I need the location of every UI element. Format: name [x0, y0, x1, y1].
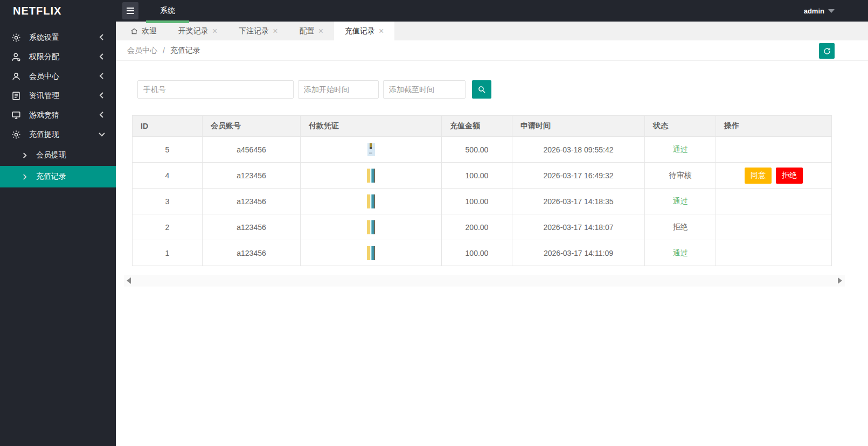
tab-welcome[interactable]: 欢迎 [120, 22, 168, 40]
topnav-item-system[interactable]: 系统 [146, 0, 189, 22]
column-header: 申请时间 [512, 116, 645, 137]
tab-bar: 欢迎 开奖记录 × 下注记录 × 配置 × 充值记录 × [116, 22, 868, 40]
cell-amount: 100.00 [442, 240, 512, 266]
column-header: ID [133, 116, 203, 137]
payment-proof-thumbnail[interactable] [367, 169, 375, 183]
status-badge: 待审核 [669, 171, 692, 179]
cell-payment-proof [301, 214, 442, 240]
sidebar-subitem-recharge-records[interactable]: 充值记录 [0, 166, 116, 187]
cell-apply-time: 2026-03-17 14:11:09 [512, 240, 645, 266]
active-nav-indicator [146, 20, 189, 23]
cell-account: a123456 [203, 163, 301, 189]
cell-status: 待审核 [645, 163, 716, 189]
column-header: 会员账号 [203, 116, 301, 137]
sidebar-item-member-center[interactable]: 会员中心 [0, 67, 116, 86]
breadcrumb-separator: / [163, 46, 165, 55]
start-time-input[interactable] [298, 80, 379, 99]
cell-id: 4 [133, 163, 203, 189]
table-row: 2 a123456 200.00 2026-03-17 14:18:07 拒绝 [133, 214, 832, 240]
topnav-system-label: 系统 [160, 6, 175, 16]
payment-proof-thumbnail[interactable] [367, 246, 375, 260]
tab-label: 充值记录 [345, 26, 375, 36]
column-header: 充值金额 [442, 116, 512, 137]
cell-apply-time: 2026-03-17 14:18:35 [512, 189, 645, 214]
cell-actions [716, 240, 832, 266]
chevron-left-icon [99, 33, 105, 42]
search-toolbar [137, 80, 868, 99]
search-button[interactable] [472, 80, 491, 99]
cell-account: a456456 [203, 137, 301, 163]
search-icon [477, 85, 486, 94]
cell-apply-time: 2026-03-17 16:49:32 [512, 163, 645, 189]
payment-proof-thumbnail[interactable] [367, 143, 375, 156]
tab-config[interactable]: 配置 × [289, 22, 334, 40]
status-badge: 拒绝 [673, 222, 688, 231]
chevron-left-icon [99, 111, 105, 120]
document-icon [11, 90, 22, 101]
cell-id: 5 [133, 137, 203, 163]
tab-label: 开奖记录 [178, 26, 209, 36]
tab-label: 下注记录 [239, 26, 269, 36]
refresh-button[interactable] [819, 43, 835, 59]
sidebar-subitem-label: 会员提现 [36, 150, 66, 160]
close-icon[interactable]: × [379, 27, 384, 36]
monitor-icon [11, 110, 22, 121]
sidebar-subitem-member-withdraw[interactable]: 会员提现 [0, 144, 116, 166]
end-time-input[interactable] [383, 80, 466, 99]
sidebar-item-label: 资讯管理 [29, 91, 99, 101]
home-icon [130, 27, 138, 35]
tab-lottery-records[interactable]: 开奖记录 × [168, 22, 228, 40]
chevron-right-icon [22, 152, 27, 158]
close-icon[interactable]: × [318, 27, 323, 36]
breadcrumb: 会员中心 / 充值记录 [116, 40, 868, 61]
column-header: 操作 [716, 116, 832, 137]
user-menu[interactable]: admin [804, 7, 868, 15]
agree-button[interactable]: 同意 [745, 168, 772, 184]
sidebar-item-label: 系统设置 [29, 33, 99, 43]
top-header: NETFLIX 系统 admin [0, 0, 868, 22]
reject-button[interactable]: 拒绝 [776, 168, 803, 184]
scroll-right-icon[interactable] [838, 277, 842, 284]
sidebar-item-permissions[interactable]: 权限分配 [0, 47, 116, 67]
sidebar-item-system-settings[interactable]: 系统设置 [0, 28, 116, 47]
sidebar-toggle-button[interactable] [122, 2, 138, 19]
scroll-left-icon[interactable] [127, 277, 131, 284]
sidebar-item-recharge-withdraw[interactable]: 充值提现 [0, 125, 116, 144]
cell-payment-proof [301, 137, 442, 163]
cell-status: 拒绝 [645, 214, 716, 240]
cell-actions [716, 137, 832, 163]
sidebar-item-label: 权限分配 [29, 52, 99, 62]
cell-id: 3 [133, 189, 203, 214]
cell-account: a123456 [203, 240, 301, 266]
app-logo: NETFLIX [0, 5, 116, 17]
tab-recharge-records[interactable]: 充值记录 × [334, 22, 394, 40]
chevron-left-icon [99, 72, 105, 81]
sidebar: 系统设置 权限分配 会员中心 [0, 22, 116, 446]
chevron-right-icon [22, 174, 27, 180]
sidebar-item-game-guess[interactable]: 游戏竞猜 [0, 106, 116, 125]
user-permission-icon [11, 52, 22, 62]
close-icon[interactable]: × [212, 27, 217, 36]
column-header: 状态 [645, 116, 716, 137]
phone-input[interactable] [137, 80, 294, 99]
status-badge: 通过 [673, 145, 688, 154]
gear-icon [11, 129, 22, 140]
cell-amount: 100.00 [442, 189, 512, 214]
hamburger-icon [126, 7, 135, 15]
table-row: 1 a123456 100.00 2026-03-17 14:11:09 通过 [133, 240, 832, 266]
sidebar-item-news-management[interactable]: 资讯管理 [0, 86, 116, 106]
cell-id: 2 [133, 214, 203, 240]
column-header: 付款凭证 [301, 116, 442, 137]
username-label: admin [804, 7, 824, 15]
breadcrumb-parent[interactable]: 会员中心 [127, 46, 157, 55]
cell-account: a123456 [203, 214, 301, 240]
cell-actions [716, 189, 832, 214]
tab-bet-records[interactable]: 下注记录 × [228, 22, 288, 40]
sidebar-subitem-label: 充值记录 [36, 172, 66, 182]
horizontal-scrollbar[interactable] [124, 275, 845, 287]
payment-proof-thumbnail[interactable] [367, 220, 375, 234]
close-icon[interactable]: × [273, 27, 277, 36]
payment-proof-thumbnail[interactable] [367, 194, 375, 208]
breadcrumb-current: 充值记录 [170, 46, 200, 55]
tab-label: 欢迎 [142, 26, 157, 36]
